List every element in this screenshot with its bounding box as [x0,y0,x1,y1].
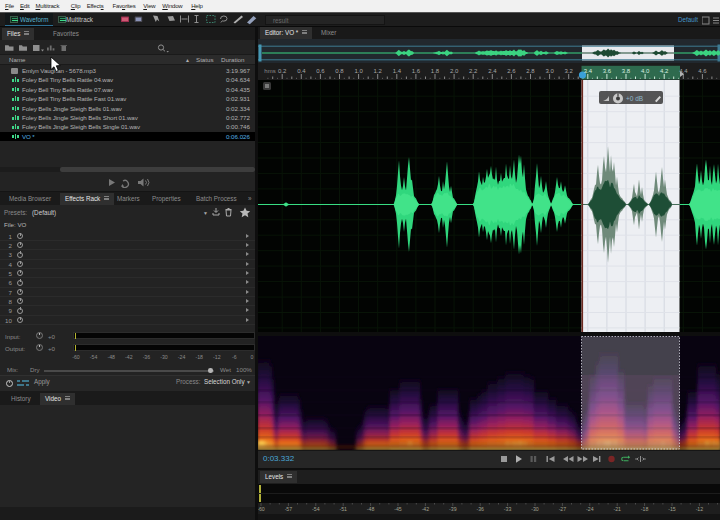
svg-text:+0 dB: +0 dB [626,95,643,102]
